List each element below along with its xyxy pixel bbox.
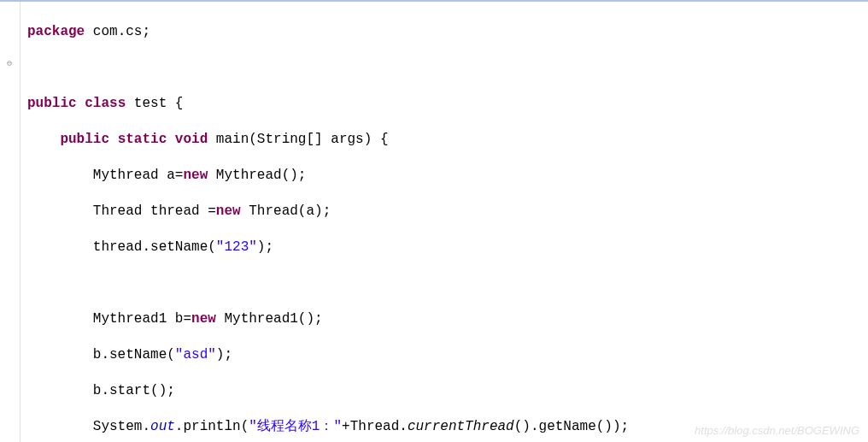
code-line: Thread thread =new Thread(a); [27, 203, 861, 221]
code-text: thread.setName( [93, 239, 216, 255]
code-line: b.start(); [27, 382, 861, 400]
code-line: package com.cs; [27, 23, 861, 41]
string-literal: "线程名称1：" [249, 419, 342, 434]
keyword-new: new [216, 203, 241, 219]
code-text: test { [126, 96, 183, 111]
keyword-static: static [118, 132, 167, 147]
keyword-public: public [60, 132, 109, 147]
code-text: System. [93, 419, 150, 434]
string-literal: "123" [216, 239, 257, 255]
code-text: Thread thread = [93, 203, 216, 219]
code-line: public static void main(String[] args) { [27, 131, 861, 149]
fold-indicator-icon[interactable]: ⊖ [5, 60, 14, 68]
keyword-public: public [27, 96, 77, 111]
code-text: b.setName( [93, 347, 175, 362]
code-text: +Thread. [342, 419, 408, 434]
code-text: ); [257, 239, 273, 255]
static-field-out: out [150, 419, 175, 434]
code-text: main(String[] args) { [208, 132, 388, 147]
code-text: Mythread1 b= [93, 311, 191, 327]
code-line: b.setName("asd"); [27, 346, 861, 364]
static-method: currentThread [408, 419, 514, 434]
code-text: .println( [175, 419, 249, 434]
code-text: Thread(a); [241, 203, 331, 219]
string-literal: "asd" [175, 347, 216, 362]
code-text: b.start(); [93, 383, 175, 398]
watermark-text: https://blog.csdn.net/BOGEWING [695, 424, 859, 437]
code-text: Mythread(); [208, 168, 306, 183]
editor-gutter: ⊖ [0, 2, 21, 442]
code-editor: ⊖ package com.cs; public class test { pu… [0, 0, 868, 442]
code-line-empty [27, 59, 861, 77]
code-content[interactable]: package com.cs; public class test { publ… [21, 2, 868, 442]
code-text: ().getName()); [514, 419, 629, 434]
keyword-void: void [175, 132, 208, 147]
code-line: public class test { [27, 95, 861, 113]
code-text: Mythread1(); [216, 311, 323, 327]
keyword-class: class [85, 96, 126, 111]
code-line: thread.setName("123"); [27, 239, 861, 256]
code-line-empty [27, 274, 861, 292]
code-line: Mythread a=new Mythread(); [27, 167, 861, 185]
keyword-new: new [183, 168, 208, 183]
code-text: com.cs; [85, 24, 150, 39]
code-line: Mythread1 b=new Mythread1(); [27, 310, 861, 328]
code-text: ); [216, 347, 232, 362]
code-text: Mythread a= [93, 168, 184, 183]
keyword-package: package [27, 24, 85, 39]
keyword-new: new [191, 311, 216, 327]
